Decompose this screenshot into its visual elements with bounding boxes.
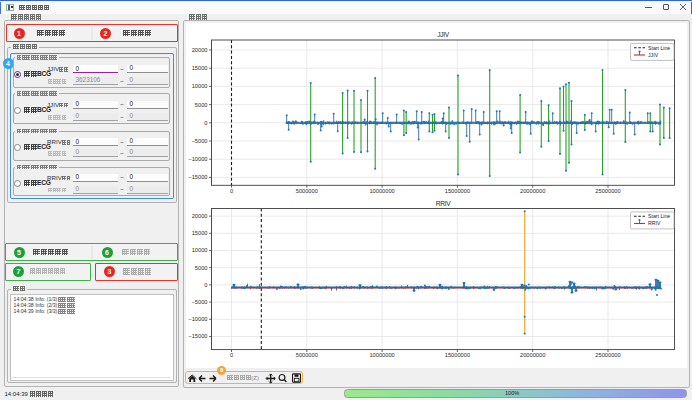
svg-text:0: 0 <box>230 352 233 358</box>
svg-text:10000000: 10000000 <box>369 188 394 194</box>
svg-text:15000: 15000 <box>192 65 208 71</box>
svg-text:15000000: 15000000 <box>445 188 470 194</box>
svg-text:Start Line: Start Line <box>648 213 670 219</box>
svg-text:15000000: 15000000 <box>445 352 470 358</box>
svg-text:20000000: 20000000 <box>520 188 545 194</box>
svg-text:5000: 5000 <box>195 265 208 271</box>
svg-text:10000: 10000 <box>192 83 208 89</box>
svg-text:5000000: 5000000 <box>296 352 318 358</box>
svg-text:RRIV: RRIV <box>648 220 661 226</box>
svg-text:−5000: −5000 <box>192 299 208 305</box>
svg-text:0: 0 <box>204 282 207 288</box>
svg-text:−5000: −5000 <box>192 138 208 144</box>
svg-text:10000: 10000 <box>192 247 208 253</box>
svg-text:0: 0 <box>230 188 233 194</box>
svg-text:RRIV: RRIV <box>436 200 451 207</box>
svg-text:15000: 15000 <box>192 230 208 236</box>
svg-text:JJIV: JJIV <box>437 31 450 38</box>
svg-text:−15000: −15000 <box>188 174 207 180</box>
svg-text:25000000: 25000000 <box>595 188 620 194</box>
svg-text:JJIV: JJIV <box>648 52 659 58</box>
svg-text:5000: 5000 <box>195 102 208 108</box>
svg-text:5000000: 5000000 <box>296 188 318 194</box>
svg-text:20000: 20000 <box>192 47 208 53</box>
svg-text:−15000: −15000 <box>188 333 207 339</box>
svg-text:0: 0 <box>204 120 207 126</box>
svg-text:10000000: 10000000 <box>369 352 394 358</box>
svg-text:−10000: −10000 <box>188 156 207 162</box>
svg-text:Start Line: Start Line <box>648 45 670 51</box>
svg-text:25000000: 25000000 <box>595 352 620 358</box>
svg-text:20000: 20000 <box>192 213 208 219</box>
svg-text:−10000: −10000 <box>188 316 207 322</box>
svg-text:20000000: 20000000 <box>520 352 545 358</box>
